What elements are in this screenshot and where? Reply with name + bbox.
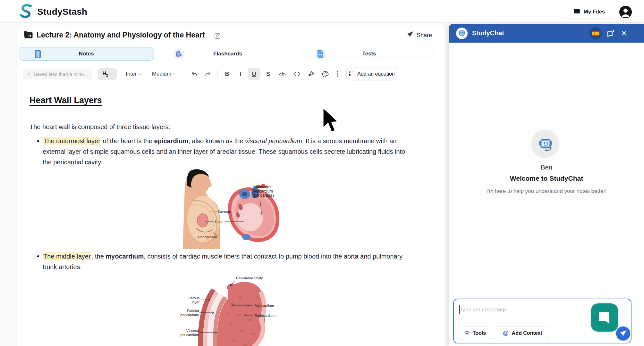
bullet-dot <box>37 140 39 142</box>
user-avatar[interactable] <box>619 6 632 18</box>
figure-label-visceral-pericardium: Visceral pericardium <box>180 329 199 337</box>
chevron-down-icon <box>139 72 142 75</box>
studystash-logo-icon <box>19 4 34 20</box>
figure-label-parietal-pericardium: Parietal pericardium <box>180 309 199 317</box>
figure-label-endocardium: Endocardium <box>255 314 275 318</box>
brand-name: StudyStash <box>37 7 87 17</box>
edit-title-icon[interactable] <box>214 32 221 40</box>
more-options-icon[interactable] <box>333 68 343 80</box>
tools-label: Tools <box>473 330 486 336</box>
chevron-down-icon <box>173 72 176 75</box>
message-input[interactable] <box>460 304 581 315</box>
my-files-label: My Files <box>583 9 605 15</box>
figure-label-pericardial-cavity: Pericardial cavity <box>236 276 263 280</box>
svg-text:+: + <box>352 70 353 73</box>
tab-notes-label: Notes <box>19 51 154 57</box>
chat-bubble-icon <box>598 311 611 324</box>
mouse-cursor <box>321 106 342 138</box>
figure-label-inflamed-pericardium: Inflammed pericardium (pericarditis) <box>253 185 280 198</box>
save-status-text: Saved less than a minu... <box>34 71 88 77</box>
folder-export-icon[interactable] <box>23 30 33 41</box>
bullet-myocardium: The middle layer, the myocardium, consis… <box>32 251 410 272</box>
toolbar-divider <box>17 82 446 82</box>
figure-label-heart: Heart <box>215 220 224 224</box>
gear-icon <box>464 330 470 337</box>
bold-button[interactable]: B <box>221 68 233 80</box>
tools-button[interactable]: Tools <box>459 326 491 340</box>
section-heading: Heart Wall Layers <box>30 95 102 105</box>
tabs-divider <box>17 64 446 64</box>
at-icon: @ <box>503 330 509 337</box>
tab-notes[interactable]: Notes <box>19 47 154 61</box>
link-button[interactable] <box>291 68 303 80</box>
highlighted-text: The outermost layer <box>43 137 101 145</box>
font-family-dropdown[interactable]: Inter <box>121 68 146 80</box>
bullet-dot <box>37 255 39 257</box>
bold-term: epicardium <box>154 137 189 144</box>
top-navigation-bar: StudyStash My Files <box>0 0 644 23</box>
chat-welcome-subtitle: I'm here to help you understand your not… <box>449 188 644 194</box>
share-paper-plane-icon <box>407 31 413 39</box>
share-label: Share <box>417 32 432 39</box>
chat-agent-name: Ben <box>449 164 644 171</box>
chat-agent-avatar <box>531 130 559 158</box>
figure-label-pericardium: Pericardium <box>198 235 217 239</box>
tab-flashcards[interactable]: 1 Flashcards <box>160 47 295 61</box>
figure-label-myocardium: Myocardium <box>255 304 274 308</box>
language-flag-icon[interactable] <box>589 27 602 39</box>
heading-style-dropdown[interactable]: H2 <box>98 68 117 80</box>
studychat-bot-icon <box>456 28 468 39</box>
add-equation-button[interactable]: x+ Add an equation <box>346 68 397 80</box>
color-palette-icon[interactable] <box>319 68 332 80</box>
folder-icon <box>574 8 580 15</box>
studychat-panel: StudyChat ✕ <box>449 24 644 346</box>
tab-flashcards-label: Flashcards <box>160 51 295 57</box>
bullet-epicardium: The outermost layer of the heart is the … <box>32 136 410 168</box>
code-button[interactable]: </> <box>275 68 289 80</box>
chat-welcome-title: Welcome to StudyChat <box>449 175 644 182</box>
highlighter-pen-icon[interactable] <box>305 68 318 80</box>
add-equation-label: Add an equation <box>357 71 395 77</box>
italic-button[interactable]: I <box>234 68 247 80</box>
pericarditis-illustration <box>180 169 290 249</box>
chevron-down-icon <box>110 72 113 75</box>
bullet-text: of the heart is the <box>101 137 154 144</box>
send-button[interactable] <box>616 326 630 341</box>
bold-term: myocardium <box>106 253 144 260</box>
new-chat-icon[interactable] <box>606 29 615 38</box>
svg-text:x: x <box>349 70 351 74</box>
figure-label-sternum: Sternum <box>217 210 231 214</box>
add-context-label: Add Context <box>512 330 542 336</box>
save-status: ✓ Saved less than a minu... <box>22 69 92 79</box>
highlighted-text: The middle layer <box>43 252 91 260</box>
my-files-button[interactable]: My Files <box>567 5 612 19</box>
studystash-logo[interactable]: StudyStash <box>19 4 87 20</box>
tab-tests[interactable]: A+ Tests <box>301 47 437 61</box>
tab-tests-label: Tests <box>301 51 437 57</box>
bullet-text: , also known as the <box>188 137 245 144</box>
pericarditis-figure[interactable]: Sternum Heart Pericardium Inflammed peri… <box>180 169 290 249</box>
strikethrough-button[interactable]: S <box>262 68 275 80</box>
equation-icon: x+ <box>349 70 354 78</box>
undo-button[interactable] <box>188 68 201 80</box>
close-icon[interactable]: ✕ <box>620 29 629 38</box>
share-button[interactable]: Share <box>402 29 437 42</box>
redo-button[interactable] <box>201 68 214 80</box>
bullet-text: , the <box>91 253 106 260</box>
intro-paragraph: The heart wall is composed of three tiss… <box>30 123 170 131</box>
add-context-button[interactable]: @ Add Context <box>495 326 550 340</box>
check-icon: ✓ <box>27 71 31 77</box>
studychat-title: StudyChat <box>472 29 504 37</box>
font-size-dropdown[interactable]: Medium <box>148 68 180 80</box>
toolbar-separator <box>185 70 185 78</box>
heart-wall-layers-figure[interactable]: Pericardial cavity Fibrous layer Parieta… <box>180 275 291 346</box>
send-paper-plane-icon <box>620 330 627 337</box>
figure-label-fibrous-layer: Fibrous layer <box>185 296 199 304</box>
italic-term: visceral pericardium <box>245 137 302 144</box>
document-title: Lecture 2: Anatomy and Physiology of the… <box>37 31 205 39</box>
app-window: StudyStash My Files Lecture 2: Anatomy a… <box>0 0 644 346</box>
studychat-header: StudyChat ✕ <box>449 24 644 43</box>
toolbar-separator <box>217 70 218 78</box>
chat-widget-button[interactable] <box>591 303 618 332</box>
underline-button[interactable]: U <box>248 68 260 80</box>
